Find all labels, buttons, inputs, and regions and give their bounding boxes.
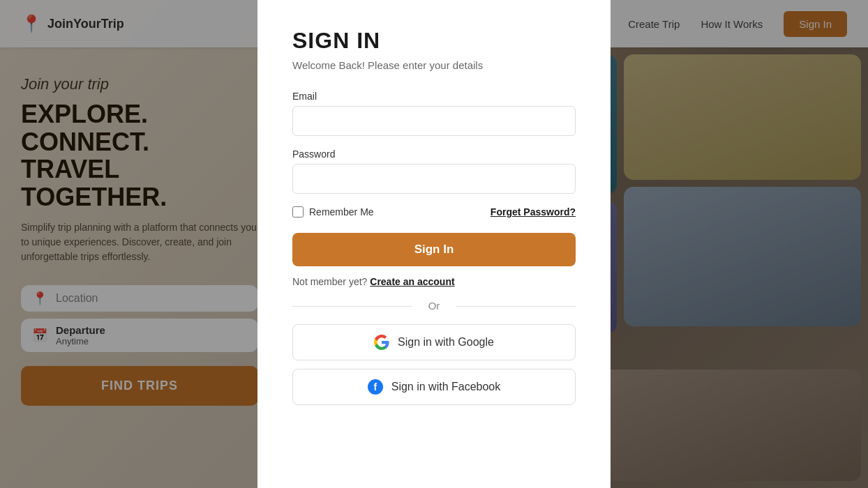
modal-title: SIGN IN xyxy=(292,28,576,54)
signin-modal: SIGN IN Welcome Back! Please enter your … xyxy=(257,0,611,488)
remember-row: Remember Me Forget Password? xyxy=(292,206,576,218)
google-signin-button[interactable]: Sign in with Google xyxy=(292,324,576,360)
facebook-icon: f xyxy=(368,379,383,395)
modal-subtitle: Welcome Back! Please enter your details xyxy=(292,59,576,71)
remember-label: Remember Me xyxy=(309,206,374,218)
google-icon xyxy=(374,335,389,350)
facebook-signin-button[interactable]: f Sign in with Facebook xyxy=(292,369,576,405)
not-member-text: Not member yet? Create an account xyxy=(292,276,576,287)
password-input[interactable] xyxy=(292,164,576,194)
signin-button[interactable]: Sign In xyxy=(292,233,576,266)
email-input[interactable] xyxy=(292,106,576,136)
email-label: Email xyxy=(292,91,576,102)
or-divider: Or xyxy=(292,300,576,312)
remember-checkbox[interactable] xyxy=(292,206,304,218)
facebook-btn-label: Sign in with Facebook xyxy=(391,381,501,393)
background: 📍 JoinYourTrip Create Trip How It Works … xyxy=(0,0,868,488)
google-btn-label: Sign in with Google xyxy=(398,336,494,349)
create-account-link[interactable]: Create an account xyxy=(370,276,454,287)
forget-password-link[interactable]: Forget Password? xyxy=(491,206,576,218)
password-label: Password xyxy=(292,148,576,160)
